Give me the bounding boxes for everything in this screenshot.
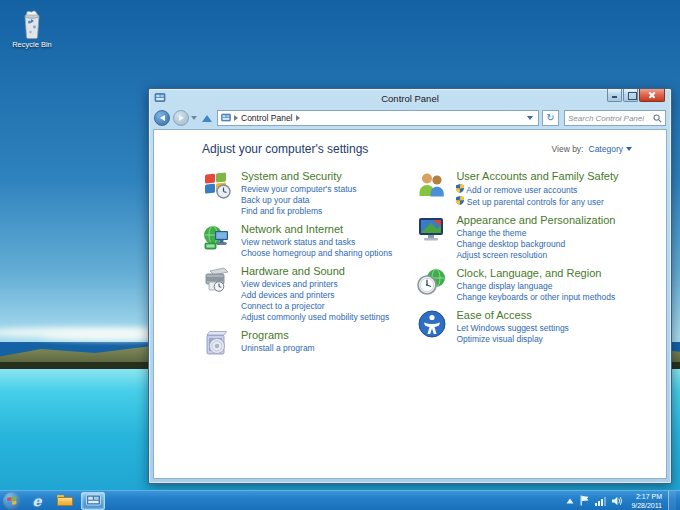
breadcrumb-control-panel[interactable]: Control Panel	[241, 113, 293, 123]
breadcrumb-chevron-icon[interactable]	[296, 115, 300, 121]
recycle-bin-label: Recycle Bin	[4, 40, 60, 49]
control-panel-window: Control Panel Control Panel	[148, 88, 672, 484]
show-desktop-button[interactable]	[668, 491, 676, 510]
forward-button[interactable]	[173, 110, 189, 126]
folder-icon	[57, 495, 73, 506]
task-link[interactable]: Add devices and printers	[241, 290, 389, 301]
category-heading[interactable]: Hardware and Sound	[241, 265, 389, 277]
category-column-right: User Accounts and Family Safety Add or r…	[417, 170, 656, 359]
clock-date: 9/28/2011	[631, 501, 662, 510]
network-and-internet-icon[interactable]	[202, 223, 232, 253]
internet-explorer-icon: e	[33, 493, 42, 509]
category-system-and-security: System and Security Review your computer…	[202, 170, 413, 217]
view-by-dropdown[interactable]: Category	[589, 144, 633, 154]
hardware-and-sound-icon[interactable]	[202, 265, 232, 295]
task-link[interactable]: Change keyboards or other input methods	[456, 292, 615, 303]
task-link[interactable]: Uninstall a program	[241, 343, 315, 354]
clock-time: 2:17 PM	[631, 492, 662, 501]
task-link[interactable]: Connect to a projector	[241, 301, 389, 312]
address-control-panel-icon	[221, 113, 231, 123]
category-heading[interactable]: Programs	[241, 329, 315, 341]
recent-pages-dropdown-icon[interactable]	[191, 116, 197, 120]
page-title: Adjust your computer's settings	[202, 142, 368, 156]
taskbar-file-explorer[interactable]	[53, 492, 77, 510]
network-signal-icon[interactable]	[595, 496, 606, 506]
taskbar-control-panel-active[interactable]	[81, 492, 105, 510]
task-link[interactable]: Change display language	[456, 281, 615, 292]
category-column-left: System and Security Review your computer…	[202, 170, 413, 359]
up-one-level-button[interactable]	[202, 115, 212, 122]
task-link[interactable]: Optimize visual display	[456, 334, 568, 345]
category-heading[interactable]: Clock, Language, and Region	[456, 267, 615, 279]
uac-shield-icon	[456, 196, 464, 205]
window-title: Control Panel	[149, 93, 671, 104]
system-tray: 2:17 PM 9/28/2011	[566, 491, 680, 510]
task-link[interactable]: Adjust screen resolution	[456, 250, 615, 261]
control-panel-content: Adjust your computer's settings View by:…	[153, 129, 667, 479]
uac-shield-icon	[456, 184, 464, 193]
task-link[interactable]: Let Windows suggest settings	[456, 323, 568, 334]
search-box[interactable]	[564, 110, 666, 126]
task-link[interactable]: Review your computer's status	[241, 184, 356, 195]
ease-of-access-icon[interactable]	[417, 309, 447, 339]
category-heading[interactable]: Appearance and Personalization	[456, 214, 615, 226]
address-dropdown-button[interactable]	[525, 116, 535, 120]
show-hidden-icons-button[interactable]	[566, 498, 574, 504]
appearance-icon[interactable]	[417, 214, 447, 244]
task-link-shielded[interactable]: Add or remove user accounts	[456, 184, 618, 196]
back-arrow-icon	[160, 115, 165, 121]
taskbar-clock[interactable]: 2:17 PM 9/28/2011	[631, 492, 662, 510]
task-link-shielded[interactable]: Set up parental controls for any user	[456, 196, 618, 208]
task-link[interactable]: Adjust commonly used mobility settings	[241, 312, 389, 323]
category-network-and-internet: Network and Internet View network status…	[202, 223, 413, 259]
task-link[interactable]: View network status and tasks	[241, 237, 392, 248]
recycle-bin-icon	[18, 7, 46, 39]
task-link[interactable]: Find and fix problems	[241, 206, 356, 217]
task-link[interactable]: Change desktop background	[456, 239, 615, 250]
recycle-bin-desktop-icon[interactable]: Recycle Bin	[4, 7, 60, 49]
maximize-button[interactable]	[623, 89, 638, 102]
chevron-down-icon	[626, 147, 632, 151]
desktop: Recycle Bin Control Panel	[0, 0, 680, 510]
search-icon	[653, 114, 662, 123]
address-bar[interactable]: Control Panel	[217, 110, 539, 126]
taskbar: e	[0, 490, 680, 510]
close-button[interactable]	[639, 89, 665, 102]
navigation-bar: Control Panel ↻	[149, 107, 671, 129]
search-input[interactable]	[568, 114, 653, 123]
control-panel-taskbar-icon	[86, 494, 101, 507]
programs-icon[interactable]	[202, 329, 232, 359]
breadcrumb-chevron-icon	[234, 115, 238, 121]
system-and-security-icon[interactable]	[202, 170, 232, 200]
task-link[interactable]: Choose homegroup and sharing options	[241, 248, 392, 259]
category-heading[interactable]: User Accounts and Family Safety	[456, 170, 618, 182]
clock-language-region-icon[interactable]	[417, 267, 447, 297]
minimize-button[interactable]	[607, 89, 622, 102]
view-by-label: View by:	[552, 144, 584, 154]
task-link[interactable]: Change the theme	[456, 228, 615, 239]
volume-speaker-icon[interactable]	[612, 496, 623, 506]
back-button[interactable]	[154, 110, 170, 126]
title-bar[interactable]: Control Panel	[149, 89, 671, 107]
category-appearance: Appearance and Personalization Change th…	[417, 214, 656, 261]
category-ease-of-access: Ease of Access Let Windows suggest setti…	[417, 309, 656, 345]
category-heading[interactable]: Ease of Access	[456, 309, 568, 321]
category-clock-language-region: Clock, Language, and Region Change displ…	[417, 267, 656, 303]
category-programs: Programs Uninstall a program	[202, 329, 413, 359]
taskbar-internet-explorer[interactable]: e	[25, 492, 49, 510]
category-hardware-and-sound: Hardware and Sound View devices and prin…	[202, 265, 413, 323]
task-link[interactable]: View devices and printers	[241, 279, 389, 290]
task-link[interactable]: Back up your data	[241, 195, 356, 206]
windows-flag-icon	[3, 492, 21, 510]
category-heading[interactable]: System and Security	[241, 170, 356, 182]
category-user-accounts: User Accounts and Family Safety Add or r…	[417, 170, 656, 208]
action-center-flag-icon[interactable]	[580, 495, 589, 506]
forward-arrow-icon	[179, 115, 184, 121]
category-heading[interactable]: Network and Internet	[241, 223, 392, 235]
start-button[interactable]	[3, 492, 21, 510]
refresh-button[interactable]: ↻	[542, 110, 559, 126]
user-accounts-icon[interactable]	[417, 170, 447, 200]
